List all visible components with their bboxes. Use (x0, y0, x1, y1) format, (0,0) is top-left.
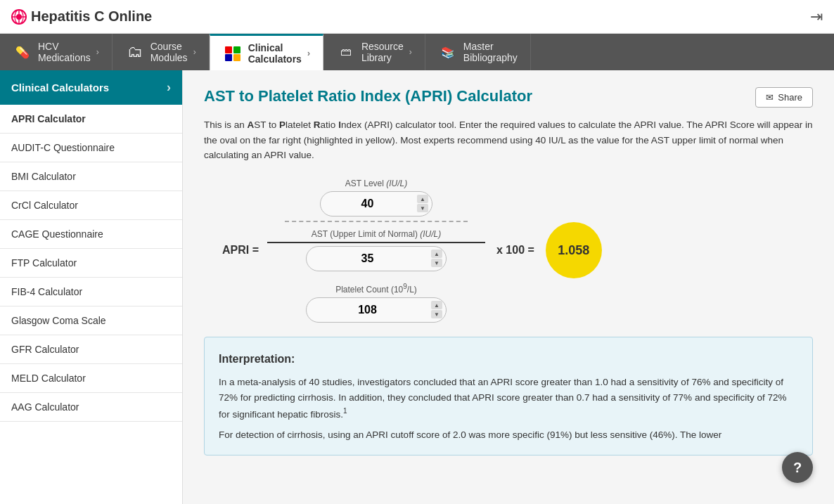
header: Hepatitis C Online ⇥ (0, 0, 834, 34)
nav-medications-arrow: › (96, 47, 99, 57)
ast-level-input-wrap: ▲ ▼ (320, 191, 432, 217)
medications-icon: 💊 (13, 44, 32, 60)
nav-calc-label: Clinical Calculators (248, 42, 302, 65)
interpretation-heading: Interpretation: (219, 350, 798, 368)
help-button[interactable]: ? (782, 452, 813, 483)
ast-level-up-btn[interactable]: ▲ (417, 195, 428, 203)
login-icon[interactable]: ⇥ (810, 8, 823, 26)
fraction-line (267, 242, 485, 243)
nav-course-label: Course Modules (150, 41, 188, 63)
sidebar-item-meld[interactable]: MELD Calculator (0, 364, 182, 393)
ast-upper-spinners: ▲ ▼ (431, 250, 442, 267)
page-title-row: AST to Platelet Ratio Index (APRI) Calcu… (204, 87, 813, 108)
x100-equals-label: x 100 = (496, 244, 534, 257)
ast-upper-label: AST (Upper Limit of Normal) (IU/L) (312, 229, 441, 239)
sidebar-chevron-icon: › (167, 80, 171, 95)
sidebar-item-glasgow[interactable]: Glasgow Coma Scale (0, 306, 182, 335)
nav-course-modules[interactable]: 🗂 Course Modules › (113, 34, 210, 70)
sidebar-item-gfr[interactable]: GFR Calculator (0, 335, 182, 364)
platelet-down-btn[interactable]: ▼ (431, 310, 442, 318)
platelet-spinners: ▲ ▼ (431, 301, 442, 318)
share-label: Share (778, 92, 802, 103)
sidebar-item-ftp[interactable]: FTP Calculator (0, 249, 182, 278)
result-circle: 1.058 (546, 222, 602, 278)
calculator: APRI = AST Level (IU/L) ▲ ▼ (204, 179, 813, 323)
platelet-label: Platelet Count (109/L) (335, 283, 417, 295)
interpretation-box: Interpretation: In a meta-analysis of 40… (204, 337, 813, 455)
calc-icon (223, 45, 243, 62)
nav-hcv-medications[interactable]: 💊 HCV Medications › (0, 34, 113, 70)
sidebar-item-fib4[interactable]: FIB-4 Calculator (0, 278, 182, 306)
ast-level-input[interactable] (320, 191, 432, 217)
result-value: 1.058 (558, 243, 589, 258)
svg-rect-6 (233, 46, 240, 53)
ast-upper-up-btn[interactable]: ▲ (431, 250, 442, 258)
course-icon: 🗂 (125, 44, 145, 60)
interpretation-text: In a meta-analysis of 40 studies, invest… (219, 375, 798, 421)
ast-upper-input-wrap: ▲ ▼ (306, 246, 447, 271)
ast-level-spinners: ▲ ▼ (417, 195, 428, 212)
ast-level-down-btn[interactable]: ▼ (417, 204, 428, 212)
platelet-input[interactable] (306, 297, 447, 323)
interpretation-text2: For detection of cirrhosis, using an APR… (219, 427, 798, 443)
nav-bibliography-label: Master Bibliography (463, 41, 518, 63)
apri-equals-label: APRI = (204, 244, 267, 257)
page-description: This is an AST to Platelet Ratio Index (… (204, 117, 813, 163)
sidebar-title: Clinical Calculators › (0, 70, 182, 105)
svg-rect-8 (233, 54, 240, 61)
nav-resource-library[interactable]: 🗃 Resource Library › (323, 34, 425, 70)
fraction-area: AST Level (IU/L) ▲ ▼ (267, 179, 485, 323)
platelet-section: Platelet Count (109/L) ▲ ▼ (306, 283, 447, 323)
sidebar-item-aag[interactable]: AAG Calculator (0, 393, 182, 422)
share-icon: ✉ (766, 92, 774, 103)
nav-resource-arrow: › (409, 47, 412, 57)
nav-master-bibliography[interactable]: 📚 Master Bibliography (425, 34, 531, 70)
logo-icon (11, 9, 27, 25)
share-button[interactable]: ✉ Share (755, 87, 813, 108)
logo: Hepatitis C Online (11, 8, 152, 25)
platelet-up-btn[interactable]: ▲ (431, 301, 442, 309)
ast-upper-down-btn[interactable]: ▼ (431, 259, 442, 267)
sidebar-item-crcl[interactable]: CrCl Calculator (0, 191, 182, 220)
sidebar-title-text: Clinical Calculators (11, 82, 109, 93)
dashed-divider (285, 221, 468, 222)
nav-clinical-calculators[interactable]: Clinical Calculators › (210, 34, 323, 70)
main-layout: Clinical Calculators › APRI Calculator A… (0, 70, 834, 504)
nav-medications-label: HCV Medications (38, 41, 91, 63)
ast-level-label: AST Level (IU/L) (345, 179, 407, 188)
sidebar-item-audit-c[interactable]: AUDIT-C Questionnaire (0, 134, 182, 162)
ast-upper-input[interactable] (306, 246, 447, 271)
numerator: AST Level (IU/L) ▲ ▼ (320, 179, 432, 217)
calc-layout: APRI = AST Level (IU/L) ▲ ▼ (204, 179, 813, 323)
logo-text: Hepatitis C Online (31, 8, 152, 25)
bibliography-icon: 📚 (438, 44, 458, 60)
sidebar-item-apri[interactable]: APRI Calculator (0, 105, 182, 134)
nav-resource-label: Resource Library (361, 41, 404, 63)
resource-icon: 🗃 (336, 44, 356, 60)
sidebar: Clinical Calculators › APRI Calculator A… (0, 70, 183, 504)
content-area: AST to Platelet Ratio Index (APRI) Calcu… (183, 70, 834, 504)
svg-rect-5 (225, 46, 232, 53)
svg-rect-7 (225, 54, 232, 61)
nav-course-arrow: › (193, 47, 196, 57)
nav-calc-arrow: › (307, 49, 310, 58)
sidebar-item-bmi[interactable]: BMI Calculator (0, 162, 182, 191)
sidebar-item-cage[interactable]: CAGE Questionnaire (0, 220, 182, 249)
platelet-input-wrap: ▲ ▼ (306, 297, 447, 323)
help-icon: ? (793, 460, 802, 476)
navigation: 💊 HCV Medications › 🗂 Course Modules › C… (0, 34, 834, 70)
denominator: ▲ ▼ (306, 246, 447, 271)
page-title: AST to Platelet Ratio Index (APRI) Calcu… (204, 87, 755, 105)
